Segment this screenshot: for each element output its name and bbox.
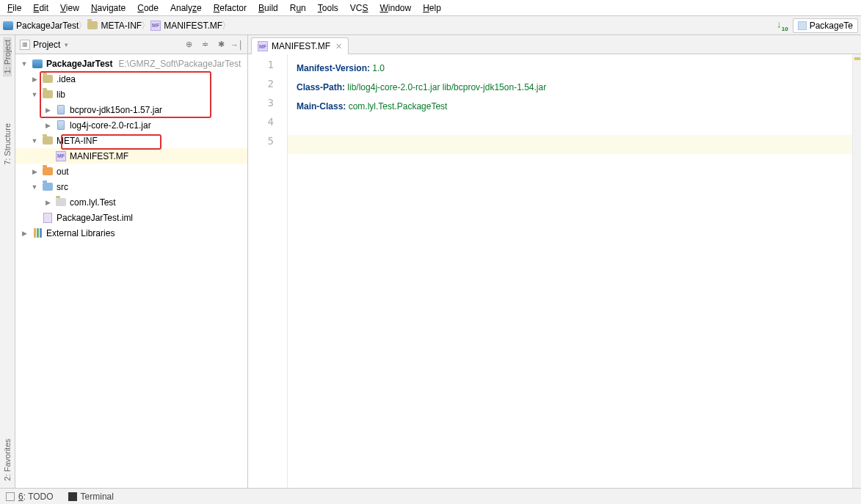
tree-folder-metainf[interactable]: ▼ META-INF bbox=[15, 133, 247, 148]
error-stripe[interactable] bbox=[852, 54, 861, 488]
expand-icon[interactable]: ▶ bbox=[20, 230, 29, 237]
tree-folder-out[interactable]: ▶ out bbox=[15, 164, 247, 179]
manifest-value: lib/log4j-core-2.0-rc1.jar lib/bcprov-jd… bbox=[345, 82, 546, 92]
tool-tab-terminal[interactable]: Terminal bbox=[68, 492, 114, 502]
hide-panel-icon[interactable]: →│ bbox=[231, 39, 243, 51]
menu-build[interactable]: Build bbox=[255, 1, 281, 15]
tree-file-iml[interactable]: PackageJarTest.iml bbox=[15, 210, 247, 225]
tree-folder-src[interactable]: ▼ src bbox=[15, 179, 247, 194]
project-tool-window: ▦ Project ▾ ⊕ ≑ ✱ →│ ▼ PackageJarTest E:… bbox=[15, 35, 248, 488]
manifest-key: Main-Class: bbox=[297, 101, 346, 112]
warning-marker[interactable] bbox=[854, 57, 860, 60]
tree-project-root[interactable]: ▼ PackageJarTest E:\GMRZ_Soft\PackageJar… bbox=[15, 56, 247, 71]
editor-panel: MF MANIFEST.MF ✕ 1 2 3 4 5 Manifest-Vers… bbox=[248, 35, 861, 488]
breadcrumb-label: PackageJarTest bbox=[16, 21, 79, 31]
navigation-bar: PackageJarTest META-INF MF MANIFEST.MF ↓… bbox=[0, 16, 861, 35]
tree-folder-idea[interactable]: ▶ .idea bbox=[15, 71, 247, 87]
editor-tab-label: MANIFEST.MF bbox=[272, 41, 330, 51]
make-project-icon[interactable]: ↓10 bbox=[777, 18, 788, 32]
project-icon bbox=[3, 21, 13, 30]
tree-external-libraries[interactable]: ▶ External Libraries bbox=[15, 225, 247, 241]
folder-icon bbox=[43, 90, 53, 98]
breadcrumb-label: META-INF bbox=[101, 21, 142, 31]
tool-tab-label: Terminal bbox=[81, 492, 114, 502]
collapse-all-icon[interactable]: ≑ bbox=[199, 39, 211, 51]
manifest-value: 1.0 bbox=[370, 63, 385, 73]
breadcrumb-file[interactable]: MF MANIFEST.MF bbox=[148, 18, 228, 34]
tool-tab-favorites[interactable]: 2: Favorites bbox=[3, 436, 12, 483]
settings-icon[interactable]: ✱ bbox=[215, 39, 227, 51]
breadcrumb-project[interactable]: PackageJarTest bbox=[0, 18, 84, 34]
folder-icon bbox=[43, 167, 53, 175]
line-number: 5 bbox=[248, 135, 287, 154]
tool-tab-structure[interactable]: 7: Structure bbox=[3, 120, 12, 168]
tree-file-manifest[interactable]: MF MANIFEST.MF bbox=[15, 148, 247, 164]
manifest-value: com.lyl.Test.PackageTest bbox=[346, 101, 447, 112]
dropdown-icon[interactable]: ▾ bbox=[65, 41, 68, 48]
folder-icon bbox=[87, 21, 98, 29]
project-icon bbox=[32, 59, 43, 68]
menu-refactor[interactable]: Refactor bbox=[211, 1, 250, 15]
menu-run[interactable]: Run bbox=[287, 1, 309, 15]
menu-file[interactable]: File bbox=[4, 1, 24, 15]
expand-icon[interactable]: ▶ bbox=[43, 199, 52, 206]
expand-icon[interactable]: ▶ bbox=[30, 76, 39, 83]
tree-jar-item[interactable]: ▶ bcprov-jdk15on-1.57.jar bbox=[15, 102, 247, 117]
manifest-icon: MF bbox=[56, 151, 66, 161]
expand-icon[interactable]: ▶ bbox=[43, 122, 52, 129]
folder-icon bbox=[43, 75, 53, 83]
line-number: 4 bbox=[248, 116, 287, 135]
breadcrumb-folder[interactable]: META-INF bbox=[84, 18, 148, 34]
todo-icon bbox=[6, 492, 15, 501]
editor-tab-bar: MF MANIFEST.MF ✕ bbox=[248, 35, 861, 54]
run-config-icon bbox=[798, 21, 807, 30]
libraries-icon bbox=[34, 228, 42, 238]
tree-jar-item[interactable]: ▶ log4j-core-2.0-rc1.jar bbox=[15, 117, 247, 133]
menu-analyze[interactable]: Analyze bbox=[167, 1, 205, 15]
terminal-icon bbox=[68, 492, 77, 501]
run-config-selector[interactable]: PackageTe bbox=[793, 18, 858, 33]
line-number-gutter: 1 2 3 4 5 bbox=[248, 54, 288, 488]
folder-icon bbox=[43, 136, 53, 145]
expand-icon[interactable]: ▶ bbox=[30, 168, 39, 175]
menu-vcs[interactable]: VCS bbox=[347, 1, 371, 15]
editor-tab[interactable]: MF MANIFEST.MF ✕ bbox=[251, 37, 349, 54]
expand-icon[interactable]: ▼ bbox=[20, 60, 29, 67]
menu-tools[interactable]: Tools bbox=[315, 1, 341, 15]
expand-icon[interactable]: ▶ bbox=[43, 106, 52, 114]
menu-view[interactable]: View bbox=[57, 1, 82, 15]
expand-icon[interactable]: ▼ bbox=[30, 183, 39, 191]
project-panel-header: ▦ Project ▾ ⊕ ≑ ✱ →│ bbox=[15, 35, 247, 54]
menu-bar: File Edit View Navigate Code Analyze Ref… bbox=[0, 0, 861, 16]
tree-folder-lib[interactable]: ▼ lib bbox=[15, 87, 247, 102]
expand-icon[interactable]: ▼ bbox=[30, 91, 39, 98]
menu-help[interactable]: Help bbox=[420, 1, 444, 15]
project-panel-title: Project bbox=[33, 40, 60, 50]
tool-tab-todo[interactable]: 6: TODO bbox=[6, 492, 54, 502]
menu-navigate[interactable]: Navigate bbox=[88, 1, 128, 15]
jar-icon bbox=[57, 120, 65, 130]
scroll-to-source-icon[interactable]: ⊕ bbox=[183, 39, 195, 51]
menu-edit[interactable]: Edit bbox=[30, 1, 51, 15]
editor-body[interactable]: 1 2 3 4 5 Manifest-Version: 1.0 Class-Pa… bbox=[248, 54, 861, 488]
breadcrumb-label: MANIFEST.MF bbox=[164, 21, 222, 31]
module-icon bbox=[43, 213, 52, 223]
tree-package[interactable]: ▶ com.lyl.Test bbox=[15, 194, 247, 210]
left-tool-gutter: 1: Project 7: Structure 2: Favorites bbox=[0, 35, 15, 488]
manifest-icon: MF bbox=[150, 21, 161, 31]
bottom-tool-bar: 6: TODO Terminal bbox=[0, 488, 861, 504]
jar-icon bbox=[57, 105, 65, 114]
source-folder-icon bbox=[43, 183, 53, 191]
line-number: 3 bbox=[248, 97, 287, 116]
tool-tab-project[interactable]: 1: Project bbox=[3, 37, 12, 76]
menu-code[interactable]: Code bbox=[134, 1, 161, 15]
manifest-key: Manifest-Version: bbox=[297, 63, 370, 73]
expand-icon[interactable]: ▼ bbox=[30, 137, 39, 145]
close-icon[interactable]: ✕ bbox=[335, 42, 342, 51]
line-number: 1 bbox=[248, 59, 287, 78]
menu-window[interactable]: Window bbox=[377, 1, 414, 15]
manifest-icon: MF bbox=[258, 41, 268, 51]
run-config-label: PackageTe bbox=[810, 21, 853, 31]
code-area[interactable]: Manifest-Version: 1.0 Class-Path: lib/lo… bbox=[288, 54, 852, 488]
project-tree: ▼ PackageJarTest E:\GMRZ_Soft\PackageJar… bbox=[15, 54, 247, 488]
